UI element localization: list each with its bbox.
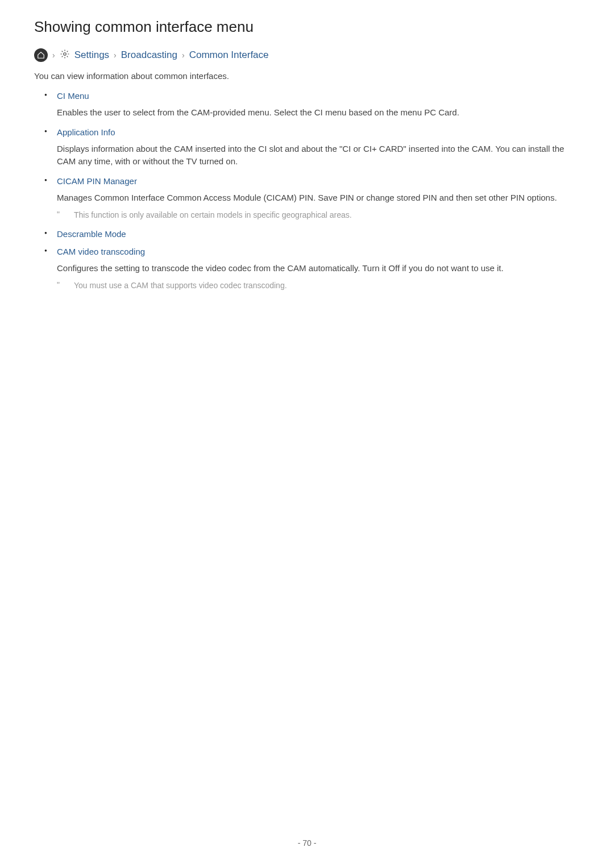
item-desc: Configures the setting to transcode the … xyxy=(57,262,580,275)
item-title: CICAM PIN Manager xyxy=(57,176,580,186)
list-item: CICAM PIN Manager Manages Common Interfa… xyxy=(57,176,580,221)
note-text: You must use a CAM that supports video c… xyxy=(74,280,287,292)
page-number: - 70 - xyxy=(0,838,614,848)
note-marker: " xyxy=(57,280,64,289)
svg-point-0 xyxy=(63,53,66,56)
item-title: CAM video transcoding xyxy=(57,247,580,256)
breadcrumb-common-interface[interactable]: Common Interface xyxy=(189,49,269,61)
bullet-list: CI Menu Enables the user to select from … xyxy=(34,91,580,292)
breadcrumb-broadcasting[interactable]: Broadcasting xyxy=(121,49,177,61)
note-row: " You must use a CAM that supports video… xyxy=(57,280,580,292)
intro-text: You can view information about common in… xyxy=(34,71,580,81)
chevron-right-icon: › xyxy=(114,51,117,60)
breadcrumb: › Settings › Broadcasting › Common Inter… xyxy=(34,48,580,62)
note-marker: " xyxy=(57,210,64,219)
note-row: " This function is only available on cer… xyxy=(57,210,580,221)
note-text: This function is only available on certa… xyxy=(74,210,352,221)
breadcrumb-settings[interactable]: Settings xyxy=(74,49,109,61)
gear-icon xyxy=(60,49,70,61)
item-title: CI Menu xyxy=(57,91,580,101)
item-desc: Displays information about the CAM inser… xyxy=(57,143,580,168)
list-item: CI Menu Enables the user to select from … xyxy=(57,91,580,119)
item-title: Application Info xyxy=(57,127,580,137)
item-desc: Enables the user to select from the CAM-… xyxy=(57,106,580,119)
home-icon xyxy=(34,48,48,62)
list-item: Descramble Mode xyxy=(57,229,580,239)
chevron-right-icon: › xyxy=(182,51,185,60)
list-item: Application Info Displays information ab… xyxy=(57,127,580,168)
section-title: Showing common interface menu xyxy=(34,18,580,36)
chevron-right-icon: › xyxy=(52,51,55,60)
list-item: CAM video transcoding Configures the set… xyxy=(57,247,580,292)
item-title: Descramble Mode xyxy=(57,229,580,239)
item-desc: Manages Common Interface Common Access M… xyxy=(57,192,580,205)
